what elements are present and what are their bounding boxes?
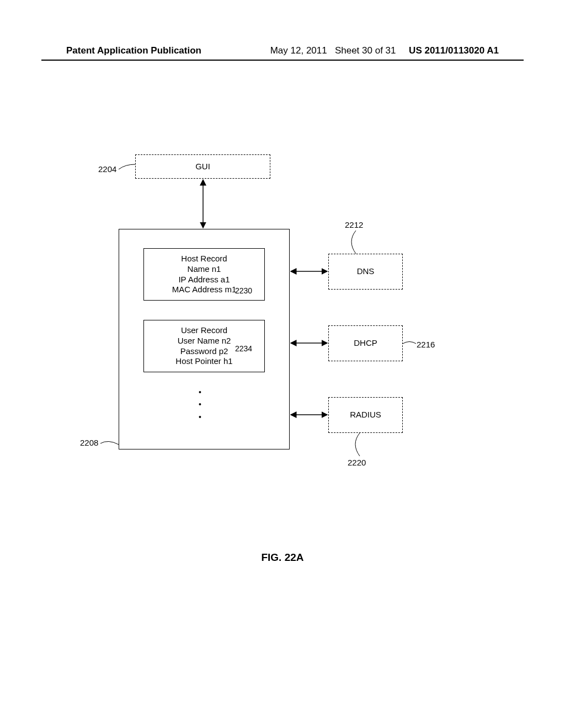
ref-2230: 2230 (235, 286, 252, 295)
figure-caption: FIG. 22A (0, 552, 565, 564)
arrow-db-dns (290, 267, 328, 275)
host-record-mac: MAC Address m1 (172, 285, 237, 295)
host-record-ip: IP Address a1 (178, 275, 230, 285)
host-record-name: Name n1 (188, 264, 221, 275)
gui-box: GUI (135, 154, 270, 179)
host-record-title: Host Record (181, 254, 227, 264)
header-pubnum: US 2011/0113020 A1 (409, 45, 499, 56)
page-header: Patent Application Publication May 12, 2… (0, 45, 565, 56)
header-pub-label: Patent Application Publication (66, 45, 201, 56)
gui-label: GUI (195, 162, 210, 172)
radius-box: RADIUS (328, 397, 403, 433)
diagram-fig-22a: GUI 2204 2208 Host Record Name n1 IP Add… (72, 154, 430, 463)
arrow-db-radius (290, 411, 328, 419)
leader-2208 (100, 438, 120, 449)
radius-label: RADIUS (350, 410, 381, 420)
ref-2220: 2220 (348, 458, 366, 467)
ref-2234: 2234 (235, 344, 252, 353)
leader-2220 (354, 433, 371, 458)
ref-2208: 2208 (80, 438, 98, 447)
user-record-name: User Name n2 (178, 336, 231, 346)
ref-2204: 2204 (98, 164, 116, 174)
arrow-gui-db (200, 179, 211, 229)
arrow-db-dhcp (290, 339, 328, 347)
header-sheet: Sheet 30 of 31 (335, 45, 396, 56)
header-date: May 12, 2011 (270, 45, 327, 56)
leader-2216 (403, 340, 417, 348)
ref-2212: 2212 (345, 220, 363, 229)
dns-box: DNS (328, 254, 403, 290)
header-meta: May 12, 2011 Sheet 30 of 31 US 2011/0113… (270, 45, 499, 56)
dhcp-box: DHCP (328, 325, 403, 361)
leader-2204 (119, 161, 135, 172)
ref-2216: 2216 (417, 340, 435, 349)
header-rule (41, 60, 524, 61)
ellipsis-dots: ••• (199, 386, 201, 423)
user-record-hostptr: Host Pointer h1 (175, 356, 232, 367)
dhcp-label: DHCP (354, 338, 377, 349)
user-record-password: Password p2 (180, 346, 228, 357)
dns-label: DNS (357, 266, 375, 277)
leader-2212 (350, 231, 367, 255)
user-record-title: User Record (181, 325, 227, 336)
